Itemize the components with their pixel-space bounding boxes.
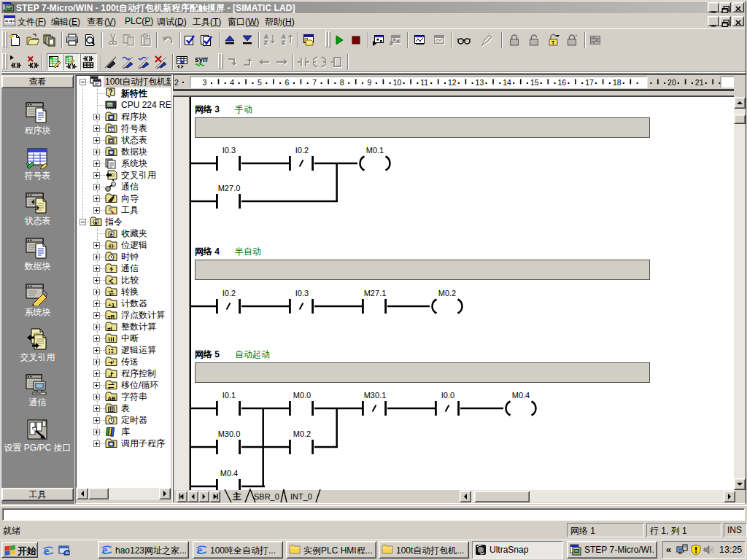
svg-text:Z: Z	[264, 39, 268, 46]
svg-text:I0.0: I0.0	[441, 391, 454, 400]
svg-text:M0.0: M0.0	[293, 391, 311, 400]
svg-text:I0.2: I0.2	[295, 146, 309, 155]
svg-text:4: 4	[230, 78, 234, 87]
svg-text:M30.1: M30.1	[364, 391, 387, 400]
svg-text:6: 6	[285, 78, 290, 87]
svg-text:20: 20	[667, 78, 676, 87]
svg-text:11: 11	[420, 78, 428, 87]
svg-text:2: 2	[174, 78, 179, 87]
svg-text:9: 9	[368, 78, 372, 87]
svg-text:10: 10	[393, 78, 402, 87]
svg-text:M0.4: M0.4	[512, 391, 530, 400]
svg-text:21: 21	[695, 78, 704, 87]
svg-text:AB: AB	[108, 395, 116, 402]
svg-text:I0.3: I0.3	[222, 146, 236, 155]
svg-text:I0.2: I0.2	[222, 289, 236, 298]
svg-text:17: 17	[585, 78, 594, 87]
svg-text:T: T	[551, 40, 555, 45]
svg-text:Z: Z	[282, 39, 285, 46]
svg-text:半自动: 半自动	[235, 246, 261, 257]
svg-text:15: 15	[530, 78, 539, 87]
svg-text:7: 7	[312, 78, 317, 87]
svg-text:+1: +1	[108, 302, 115, 308]
svg-text:I0.3: I0.3	[295, 289, 309, 298]
svg-text:16: 16	[558, 78, 567, 87]
svg-text:I0.1: I0.1	[222, 391, 236, 400]
svg-text:14: 14	[503, 78, 511, 87]
svg-text:网络 4: 网络 4	[195, 246, 220, 257]
svg-text:主: 主	[232, 491, 241, 502]
svg-text:网络 3: 网络 3	[195, 104, 220, 114]
svg-text:13: 13	[476, 78, 484, 87]
svg-text:18: 18	[613, 78, 622, 87]
svg-text:e: e	[102, 544, 107, 556]
svg-text:?: ?	[109, 88, 113, 96]
svg-text:M0.2: M0.2	[438, 289, 456, 298]
svg-text:12: 12	[448, 78, 457, 87]
svg-text:INT_0: INT_0	[290, 492, 312, 501]
svg-text:手动: 手动	[235, 104, 252, 114]
svg-text:M30.0: M30.0	[218, 429, 241, 438]
svg-text:8: 8	[340, 78, 344, 87]
svg-text:M27.0: M27.0	[218, 184, 241, 192]
svg-text:3: 3	[203, 78, 207, 87]
svg-text:5: 5	[258, 78, 262, 87]
svg-text:网络 5: 网络 5	[195, 349, 220, 359]
svg-text:M27.1: M27.1	[364, 289, 387, 298]
svg-text:M0.2: M0.2	[293, 429, 311, 438]
svg-text:M0.1: M0.1	[366, 146, 384, 155]
svg-text:SBR_0: SBR_0	[254, 492, 279, 501]
svg-text:自动起动: 自动起动	[235, 349, 270, 359]
svg-text:±I: ±I	[107, 325, 112, 332]
svg-text:sym: sym	[195, 55, 208, 63]
svg-text:±R: ±R	[107, 314, 115, 320]
svg-text:e: e	[44, 545, 49, 556]
svg-text:M0.4: M0.4	[220, 469, 238, 478]
svg-text:e: e	[197, 544, 202, 556]
